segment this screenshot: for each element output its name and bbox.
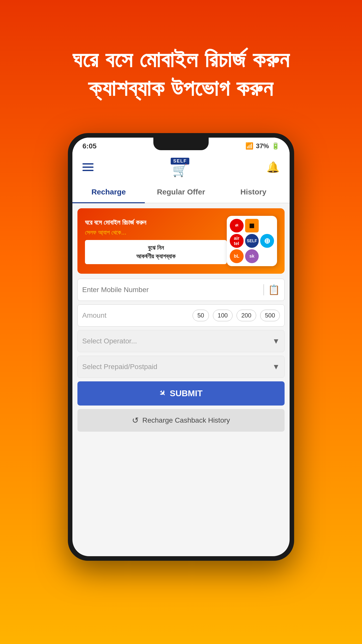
extra-slot [260,249,274,263]
operator-select-label: Select Operator... [82,337,272,345]
tele-logo: ⊕ [260,234,274,248]
history-button[interactable]: ↺ Recharge Cashback History [77,409,285,432]
app-header: SELF 🛒 🔔 [72,153,290,182]
mobile-number-row: 📋 [77,279,285,301]
history-label: Recharge Cashback History [142,416,230,424]
hero-text: ঘরে বসে মোবাইল রিচার্জ করুন ক্যাশব্যাক উ… [52,45,310,103]
logo-badge: SELF [171,158,189,165]
history-icon: ↺ [132,416,139,425]
skitto-logo: sk [245,249,259,263]
status-right: 📶 37% 🔋 [245,142,280,150]
banglalink-logo: bL [230,249,244,263]
tab-regular-offer[interactable]: Regular Offer [145,182,217,203]
tabs-bar: Recharge Regular Offer History [72,182,290,203]
amount-chip-500[interactable]: 500 [260,310,280,321]
airtel-logo: airtel [230,234,244,248]
hamburger-menu-button[interactable] [82,163,94,171]
notification-bell-button[interactable]: 🔔 [266,161,280,173]
amount-chip-100[interactable]: 100 [213,310,233,321]
prepaid-chevron-icon: ▼ [272,363,280,371]
prepaid-select-row[interactable]: Select Prepaid/Postpaid ▼ [77,356,285,378]
tab-recharge[interactable]: Recharge [72,182,145,203]
banner-text: ঘরে বসে মোবাইল রিচার্জ করুন সেলফ আ্যাপ থ… [85,218,227,264]
phone-screen: 6:05 📶 37% 🔋 SELF 🛒 🔔 Recharge Regula [72,138,290,556]
bl-logo: ▦ [245,219,259,233]
empty-slot [260,219,274,233]
phone-notch [153,138,209,150]
prepaid-select-label: Select Prepaid/Postpaid [82,363,272,371]
robi-logo: রবি [230,219,244,233]
operator-logos-grid: রবি ▦ airtel SELF ⊕ bL sk [227,216,277,266]
submit-label: SUBMIT [170,388,202,398]
logo-cart-icon: 🛒 [172,165,188,177]
tab-history[interactable]: History [217,182,290,203]
phone-container: 6:05 📶 37% 🔋 SELF 🛒 🔔 Recharge Regula [68,133,294,561]
battery-icon: 🔋 [272,142,280,150]
battery-text: 37% [256,142,269,150]
status-time: 6:05 [82,142,97,150]
amount-label: Amount [82,311,189,319]
operator-select-row[interactable]: Select Operator... ▼ [77,330,285,352]
promo-banner: ঘরে বসে মোবাইল রিচার্জ করুন সেলফ আ্যাপ থ… [77,208,285,274]
contact-picker-icon[interactable]: 📋 [263,284,280,295]
mobile-number-input[interactable] [82,286,263,294]
self-logo: SELF [245,234,259,248]
app-logo: SELF 🛒 [171,158,189,177]
recharge-form: 📋 Amount 50 100 200 500 Select Operator.… [72,279,290,432]
signal-icon: 📶 [245,142,253,150]
send-icon: ✈ [157,388,168,399]
banner-title: ঘরে বসে মোবাইল রিচার্জ করুন [85,218,227,227]
amount-chip-50[interactable]: 50 [193,310,209,321]
operator-chevron-icon: ▼ [272,337,280,345]
submit-button[interactable]: ✈ SUBMIT [77,381,285,406]
banner-cta-button[interactable]: বুঝে নিন আকর্ষণীয় ক্যাশব্যাক [85,240,227,264]
amount-chip-200[interactable]: 200 [237,310,256,321]
banner-subtitle: সেলফ আ্যাপ থেকে... [85,229,227,236]
amount-row: Amount 50 100 200 500 [77,304,285,327]
